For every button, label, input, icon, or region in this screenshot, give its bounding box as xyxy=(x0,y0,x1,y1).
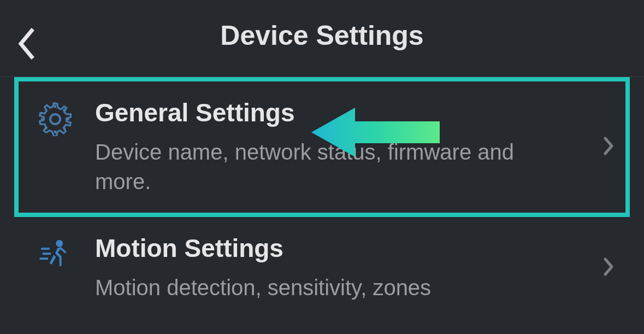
settings-item-content: Motion Settings Motion detection, sensit… xyxy=(95,233,614,302)
back-button[interactable] xyxy=(16,27,36,62)
svg-point-0 xyxy=(50,114,60,124)
svg-point-1 xyxy=(56,240,63,247)
gear-icon xyxy=(38,102,72,136)
motion-icon xyxy=(38,238,72,272)
svg-rect-4 xyxy=(40,257,49,260)
arrow-annotation xyxy=(311,105,442,162)
svg-rect-2 xyxy=(41,248,50,250)
svg-marker-5 xyxy=(311,108,440,157)
settings-item-subtitle: Motion detection, sensitivity, zones xyxy=(95,273,598,302)
settings-item-title: Motion Settings xyxy=(95,233,598,263)
settings-item-motion[interactable]: Motion Settings Motion detection, sensit… xyxy=(0,217,644,319)
chevron-right-icon xyxy=(603,257,614,279)
chevron-right-icon xyxy=(603,136,614,158)
svg-rect-3 xyxy=(43,253,51,255)
chevron-left-icon xyxy=(16,52,36,62)
page-title: Device Settings xyxy=(16,20,628,51)
